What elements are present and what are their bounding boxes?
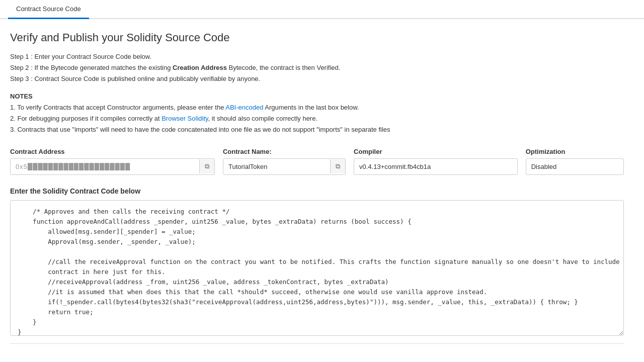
contract-name-label: Contract Name: xyxy=(223,148,346,155)
step-2-bold: Creation Address xyxy=(173,64,227,71)
code-section-label: Enter the Solidity Contract Code below xyxy=(10,187,624,195)
optimization-input[interactable] xyxy=(526,158,624,175)
name-copy-icon[interactable]: ⧉ xyxy=(330,159,345,173)
page-title: Verify and Publish your Solidity Source … xyxy=(10,31,624,44)
contract-address-input-wrapper: ⧉ xyxy=(10,158,215,175)
contract-name-field: Contract Name: ⧉ xyxy=(223,148,346,175)
step-2: Step 2 : If the Bytecode generated match… xyxy=(10,62,624,73)
optimization-label: Optimization xyxy=(526,148,624,155)
contract-address-label: Contract Address xyxy=(10,148,215,155)
notes-list: 1. To verify Contracts that accept Const… xyxy=(10,102,624,135)
steps-section: Step 1 : Enter your Contract Source Code… xyxy=(10,51,624,84)
contract-source-code-tab[interactable]: Contract Source Code xyxy=(8,0,89,19)
note-1: 1. To verify Contracts that accept Const… xyxy=(10,102,624,113)
step-3: Step 3 : Contract Source Code is publish… xyxy=(10,73,624,84)
browser-solidity-link[interactable]: Browser Solidity xyxy=(162,115,208,122)
contract-address-input[interactable] xyxy=(11,159,199,174)
contract-name-input-wrapper: ⧉ xyxy=(223,158,346,175)
compiler-label: Compiler xyxy=(354,148,518,155)
contract-address-field: Contract Address ⧉ xyxy=(10,148,215,175)
code-textarea[interactable]: /* Approves and then calls the receiving… xyxy=(10,200,624,336)
address-copy-icon[interactable]: ⧉ xyxy=(199,159,214,173)
step-1: Step 1 : Enter your Contract Source Code… xyxy=(10,51,624,62)
abi-encoded-link[interactable]: ABI-encoded xyxy=(225,104,263,111)
notes-section: NOTES 1. To verify Contracts that accept… xyxy=(10,93,624,135)
notes-title: NOTES xyxy=(10,93,624,100)
compiler-input[interactable] xyxy=(354,158,518,175)
optimization-field: Optimization xyxy=(526,148,624,175)
note-2: 2. For debugging purposes if it compiles… xyxy=(10,113,624,124)
contract-name-input[interactable] xyxy=(223,159,330,174)
note-3: 3. Contracts that use "imports" will nee… xyxy=(10,124,624,135)
tab-bar: Contract Source Code xyxy=(0,0,644,19)
code-section: Enter the Solidity Contract Code below /… xyxy=(10,187,624,337)
compiler-field: Compiler xyxy=(354,148,518,175)
bottom-bar xyxy=(10,343,624,353)
form-row: Contract Address ⧉ Contract Name: ⧉ Comp… xyxy=(10,148,624,175)
page-content: Verify and Publish your Solidity Source … xyxy=(0,19,634,362)
